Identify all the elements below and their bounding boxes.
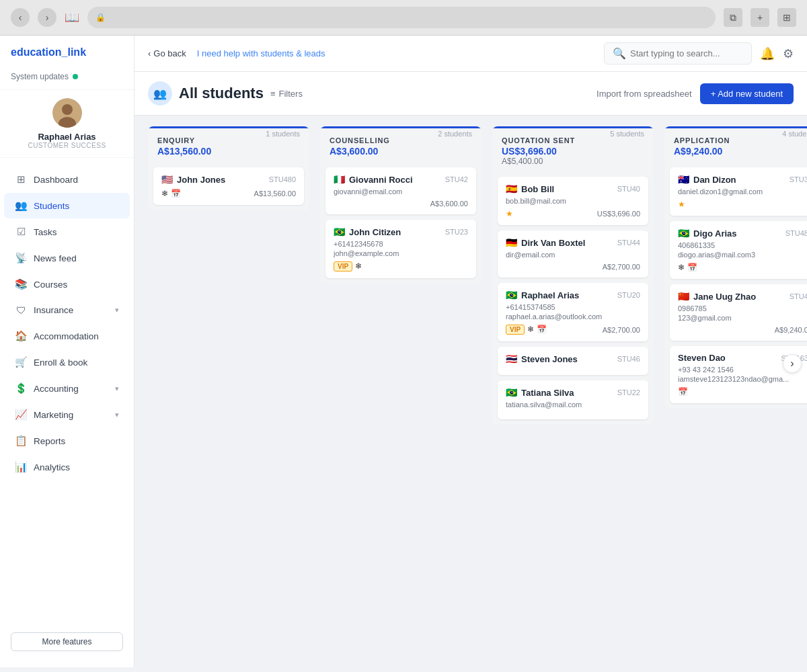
student-card[interactable]: 🇩🇪 Dirk Van Boxtel STU44 dir@email.com A…: [498, 230, 648, 278]
card-id: STU480: [269, 175, 296, 183]
sidebar-item-marketing[interactable]: 📈 Marketing ▾: [4, 402, 130, 427]
card-footer: ❄📅: [678, 263, 807, 272]
analytics-icon: 📊: [15, 461, 27, 473]
sidebar-item-label: Courses: [34, 280, 67, 290]
student-card[interactable]: 🇪🇸 Bob Bill STU40 bob.bill@mail.com ★ US…: [498, 177, 648, 225]
star-icon: ★: [678, 200, 685, 209]
settings-button[interactable]: ⚙: [783, 46, 794, 61]
card-email: raphael.a.arias@outlook.com: [506, 312, 640, 321]
sidebar-item-accounting[interactable]: 💲 Accounting ▾: [4, 376, 130, 401]
card-phone: 406861335: [678, 241, 807, 249]
go-back-button[interactable]: ‹ Go back: [148, 48, 186, 58]
sidebar-item-insurance[interactable]: 🛡 Insurance ▾: [4, 298, 130, 323]
page-title: All students: [179, 85, 264, 102]
kanban-column-quotation-sent: QUOTATION SENT 5 students US$3,696.00 A$…: [492, 126, 654, 425]
go-back-label: Go back: [153, 48, 186, 58]
help-link[interactable]: I need help with students & leads: [197, 48, 325, 58]
card-name: 🇦🇺 Dan Dizon: [678, 174, 736, 185]
marketing-icon: 📈: [15, 409, 27, 421]
card-name: 🇹🇭 Steven Jones: [506, 353, 578, 364]
student-card[interactable]: 🇮🇹 Giovanni Rocci STU42 giovanni@email.c…: [325, 167, 476, 214]
student-card[interactable]: 🇹🇭 Steven Jones STU46: [498, 347, 648, 375]
sidebar-item-students[interactable]: 👥 Students: [4, 193, 130, 218]
col-amount-secondary: A$5,400.00: [502, 157, 644, 166]
sidebar-item-dashboard[interactable]: ⊞ Dashboard: [4, 167, 130, 192]
user-name: Raphael Arias: [38, 132, 95, 142]
import-button[interactable]: Import from spreadsheet: [597, 89, 692, 99]
flag-icon: 🇩🇪: [506, 237, 517, 248]
sidebar-item-tasks[interactable]: ☑ Tasks: [4, 219, 130, 245]
col-count: 5 students: [610, 130, 644, 138]
browser-forward-btn[interactable]: ›: [38, 8, 56, 27]
sidebar-item-news-feed[interactable]: 📡 News feed: [4, 245, 130, 271]
card-footer: A$9,240.00: [678, 326, 807, 334]
reports-icon: 📋: [15, 435, 27, 447]
col-count: 2 students: [438, 130, 472, 138]
card-header: 🇩🇪 Dirk Van Boxtel STU44: [506, 237, 640, 248]
user-role: Customer Success: [28, 142, 106, 149]
browser-back-btn[interactable]: ‹: [11, 8, 30, 27]
student-card[interactable]: 🇦🇺 Dan Dizon STU39 daniel.dizon1@gmail.c…: [670, 167, 807, 216]
top-bar-right: 🔍 🔔 ⚙: [604, 42, 794, 65]
kanban-scroll-right[interactable]: ›: [783, 354, 802, 373]
enroll-book-icon: 🛒: [15, 356, 27, 368]
filters-button[interactable]: ≡ Filters: [270, 89, 303, 99]
student-card[interactable]: 🇧🇷 John Citizen STU23 +61412345678 john@…: [325, 220, 476, 278]
browser-copy-btn[interactable]: ⧉: [724, 8, 742, 27]
page-title-area: 👥 All students ≡ Filters: [148, 81, 303, 106]
card-email: iamsteve123123123ndao@gma...: [678, 375, 807, 383]
dashboard-icon: ⊞: [15, 173, 27, 185]
sidebar-item-label: Insurance: [34, 305, 73, 315]
address-bar: 🔒: [87, 7, 716, 28]
avatar: [52, 98, 82, 128]
browser-grid-btn[interactable]: ⊞: [777, 8, 796, 27]
student-card[interactable]: 🇧🇷 Tatiana Silva STU22 tatiana.silva@mai…: [498, 380, 648, 419]
card-id: STU42: [445, 175, 468, 183]
card-id: STU44: [617, 239, 640, 247]
card-name: 🇧🇷 Tatiana Silva: [506, 387, 574, 398]
add-new-student-button[interactable]: + Add new student: [700, 83, 794, 104]
more-features-button[interactable]: More features: [11, 632, 123, 651]
col-amount: US$3,696.00: [502, 146, 644, 157]
browser-bookmark-btn[interactable]: 📖: [65, 10, 79, 25]
card-amount: A$9,240.00: [775, 326, 807, 334]
card-tags: VIP❄: [334, 261, 362, 271]
sidebar-item-accommodation[interactable]: 🏠 Accommodation: [4, 323, 130, 349]
col-count: 4 students: [782, 130, 807, 138]
sidebar-item-reports[interactable]: 📋 Reports: [4, 428, 130, 454]
flag-icon: 🇮🇹: [334, 174, 345, 185]
top-bar: ‹ Go back I need help with students & le…: [134, 36, 807, 72]
notifications-button[interactable]: 🔔: [760, 46, 775, 61]
flag-icon: 🇹🇭: [506, 353, 517, 364]
card-footer: A$3,600.00: [334, 200, 468, 208]
sidebar-item-analytics[interactable]: 📊 Analytics: [4, 454, 130, 480]
search-icon: 🔍: [613, 47, 626, 60]
card-footer: ★ US$3,696.00: [506, 209, 640, 218]
card-id: STU40: [617, 185, 640, 193]
student-card[interactable]: 🇺🇸 John Jones STU480 ❄📅 A$13,560.00: [153, 167, 304, 205]
student-card[interactable]: 🇨🇳 Jane Uug Zhao STU41 0986785 123@gmail…: [670, 284, 807, 341]
card-name: 🇺🇸 John Jones: [161, 174, 225, 185]
snowflake-icon: ❄: [355, 261, 362, 271]
card-footer: VIP❄: [334, 261, 468, 271]
browser-add-btn[interactable]: +: [751, 8, 769, 27]
calendar-icon: 📅: [678, 387, 688, 396]
page-icon: 👥: [148, 81, 172, 106]
student-card[interactable]: 🇧🇷 Digo Arias STU483 406861335 diogo.ari…: [670, 221, 807, 279]
sidebar-item-label: Analytics: [34, 462, 70, 472]
system-updates[interactable]: System updates: [0, 69, 134, 89]
card-footer: 📅: [678, 387, 807, 396]
card-phone: 0986785: [678, 304, 807, 312]
student-card[interactable]: 🇧🇷 Raphael Arias STU20 +61415374585 raph…: [498, 283, 648, 341]
sidebar-item-enroll-book[interactable]: 🛒 Enroll & book: [4, 349, 130, 375]
card-header: 🇮🇹 Giovanni Rocci STU42: [334, 174, 468, 185]
student-card[interactable]: Steven Dao STU1630 +93 43 242 1546 iamst…: [670, 346, 807, 403]
sidebar-item-courses[interactable]: 📚 Courses: [4, 271, 130, 297]
search-bar[interactable]: 🔍: [604, 42, 752, 65]
app-logo: education_link: [0, 36, 134, 69]
kanban-cards: 🇦🇺 Dan Dizon STU39 daniel.dizon1@gmail.c…: [664, 162, 807, 409]
card-id: STU22: [617, 388, 640, 396]
search-input[interactable]: [630, 48, 743, 58]
card-footer: A$2,700.00: [506, 263, 640, 271]
snowflake-icon: ❄: [161, 189, 168, 198]
